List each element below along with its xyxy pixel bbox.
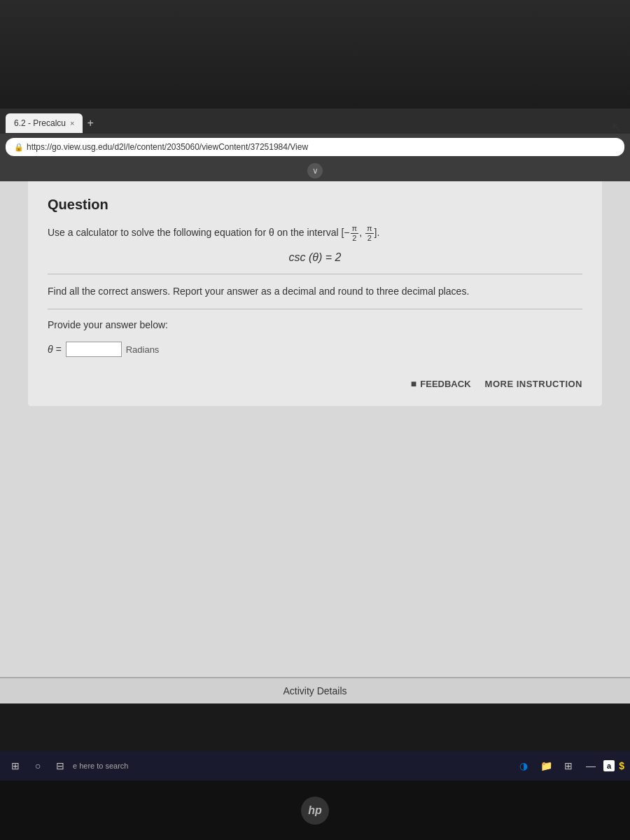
theta-label: θ = [48, 344, 62, 355]
radians-label: Radians [126, 344, 160, 355]
address-bar: 🔒 https://go.view.usg.edu/d2l/le/content… [0, 134, 630, 160]
taskbar-system-area: a $ [603, 760, 624, 771]
browser-chrome: 6.2 - Precalcu × + 🔒 https://go.view.usg… [0, 108, 630, 181]
dropdown-button[interactable]: ∨ [307, 163, 323, 178]
activity-details-bar[interactable]: Activity Details [0, 677, 630, 704]
new-tab-button[interactable]: + [87, 117, 93, 130]
search-text: e here to search [73, 762, 129, 770]
mail-icon[interactable]: — [581, 756, 601, 776]
question-title: Question [48, 197, 582, 213]
file-explorer-icon[interactable]: 📁 [536, 756, 556, 776]
taskbar-search-area: ⊞ ○ ⊟ e here to search [6, 756, 129, 776]
feedback-button[interactable]: ■ FEEDBACK [411, 378, 471, 389]
divider-1 [48, 274, 582, 274]
theta-answer-input[interactable] [66, 342, 122, 357]
feedback-label: FEEDBACK [420, 379, 470, 389]
edge-icon: ◑ [519, 760, 528, 771]
content-area: Question Use a calculator to solve the f… [0, 166, 630, 704]
frac-denominator-1: 2 [351, 234, 358, 243]
windows-icon: ⊞ [11, 760, 20, 771]
page-content: Question Use a calculator to solve the f… [0, 166, 630, 677]
mail-dash-icon: — [586, 760, 596, 771]
fraction-pi-over-2-left: π 2 [351, 224, 359, 243]
activity-details-label: Activity Details [283, 685, 346, 696]
cursor-arrow: ↖ [611, 119, 623, 136]
divider-2 [48, 309, 582, 309]
frac-numerator-2: π [365, 224, 374, 234]
folder-icon: 📁 [540, 760, 552, 771]
letter-badge: a [603, 760, 615, 771]
task-view-button[interactable]: ⊟ [50, 756, 70, 776]
task-icon: ⊟ [56, 760, 64, 771]
fraction-pi-over-2-right: π 2 [365, 224, 374, 243]
bottom-bezel: hp [0, 780, 630, 840]
chevron-down-icon: ∨ [312, 166, 318, 176]
frac-denominator-2: 2 [366, 234, 373, 243]
provide-answer-text: Provide your answer below: [48, 319, 582, 330]
question-card: Question Use a calculator to solve the f… [28, 180, 602, 406]
tab-title: 6.2 - Precalcu [14, 118, 66, 128]
circle-icon: ○ [35, 760, 41, 771]
dollar-icon: $ [619, 760, 624, 771]
nav-controls: ∨ [0, 160, 630, 181]
url-input[interactable]: 🔒 https://go.view.usg.edu/d2l/le/content… [6, 138, 624, 156]
start-button[interactable]: ⊞ [6, 756, 25, 776]
frac-numerator-1: π [351, 224, 359, 234]
question-instruction: Use a calculator to solve the following … [48, 224, 582, 243]
taskbar: ⊞ ○ ⊟ e here to search ◑ 📁 ⊞ — a $ [0, 751, 630, 780]
grid-icon: ⊞ [564, 760, 573, 771]
tab-close-button[interactable]: × [70, 119, 74, 127]
feedback-icon: ■ [411, 378, 416, 389]
url-text: https://go.view.usg.edu/d2l/le/content/2… [27, 142, 308, 152]
laptop-top-bezel [0, 0, 630, 108]
hp-logo: hp [301, 797, 329, 825]
lock-icon: 🔒 [14, 143, 24, 152]
search-circle-button[interactable]: ○ [28, 756, 48, 776]
tab-bar: 6.2 - Precalcu × + [0, 108, 630, 134]
action-buttons-row: ■ FEEDBACK MORE INSTRUCTION [48, 371, 582, 389]
equation-display: csc (θ) = 2 [48, 251, 582, 264]
interval-notation: [− π 2 , π 2 ]. [341, 227, 379, 238]
edge-browser-icon[interactable]: ◑ [514, 756, 533, 776]
answer-input-row: θ = Radians [48, 342, 582, 357]
more-instruction-button[interactable]: MORE INSTRUCTION [485, 379, 582, 389]
find-answers-text: Find all the correct answers. Report you… [48, 284, 582, 299]
active-tab[interactable]: 6.2 - Precalcu × [6, 113, 83, 133]
apps-grid-icon[interactable]: ⊞ [559, 756, 578, 776]
hp-text: hp [308, 804, 322, 817]
